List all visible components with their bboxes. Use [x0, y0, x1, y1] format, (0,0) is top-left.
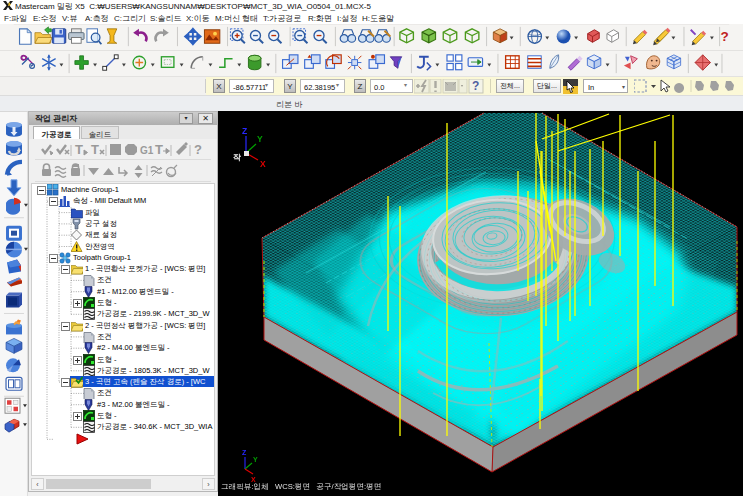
svg-text:?: ?: [721, 29, 729, 44]
svg-text:Z: Z: [242, 126, 247, 136]
svg-text:T: T: [155, 142, 163, 157]
svg-text:?: ?: [472, 79, 479, 93]
svg-text:?: ?: [194, 142, 202, 157]
svg-text:그래픽뷰:입체 WCS:평면 공구/작업평면:평면: 그래픽뷰:입체 WCS:평면 공구/작업평면:평면: [221, 482, 381, 491]
svg-text:T: T: [91, 142, 99, 157]
svg-text:X: X: [260, 159, 266, 169]
svg-text:Z: Z: [242, 449, 247, 456]
svg-text:G1: G1: [140, 145, 154, 156]
svg-text:T: T: [75, 142, 83, 157]
svg-text:작: 작: [233, 153, 241, 162]
svg-text:Y: Y: [253, 456, 258, 463]
svg-text:Y: Y: [257, 134, 263, 144]
